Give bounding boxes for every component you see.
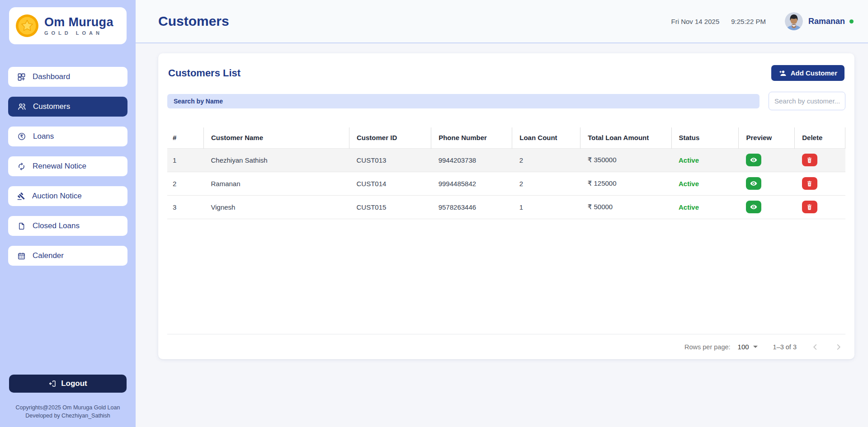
header-phone-number: Phone Number	[431, 127, 512, 148]
preview-button[interactable]	[746, 201, 761, 213]
search-by-customer-input[interactable]	[769, 92, 845, 110]
delete-button[interactable]	[802, 154, 817, 166]
logout-label: Logout	[61, 379, 87, 388]
cell-customer-id: CUST013	[349, 148, 431, 172]
pagination: Rows per page: 100 1–3 of 3	[167, 334, 845, 359]
delete-button[interactable]	[802, 201, 817, 213]
customers-icon	[17, 102, 26, 111]
header-preview: Preview	[739, 127, 795, 148]
sidebar-item-closed-loans[interactable]: Closed Loans	[8, 216, 127, 236]
app-root: Om Muruga GOLD LOAN Dashboard	[0, 0, 868, 427]
logout-icon	[48, 380, 57, 388]
eye-icon	[750, 180, 757, 187]
rows-per-page-select[interactable]: 100	[738, 343, 758, 351]
time-text: 9:25:22 PM	[731, 18, 766, 25]
cell-loan-count: 2	[512, 148, 580, 172]
brand-logo: Om Muruga GOLD LOAN	[9, 7, 127, 44]
auction-icon	[17, 192, 25, 200]
copyright-line1: Copyrights@2025 Om Muruga Gold Loan	[9, 404, 127, 412]
cell-customer-name: Ramanan	[204, 172, 349, 195]
cell-serial: 2	[167, 172, 204, 195]
sidebar-item-label: Auction Notice	[32, 192, 82, 201]
cell-loan-count: 1	[512, 195, 580, 219]
sidebar-item-calender[interactable]: Calender	[8, 246, 127, 266]
header-total-loan: Total Loan Amount	[580, 127, 671, 148]
table-row: 1 Chezhiyan Sathish CUST013 9944203738 2…	[167, 148, 845, 172]
header-customer-name: Customer Name	[204, 127, 349, 148]
add-customer-label: Add Customer	[791, 69, 837, 77]
header-status: Status	[671, 127, 739, 148]
preview-button[interactable]	[746, 154, 761, 166]
sidebar-menu: Dashboard Customers Loan	[0, 67, 136, 266]
topbar: Customers Fri Nov 14 2025 9:25:22 PM	[136, 0, 868, 43]
gold-coin-icon	[15, 14, 39, 38]
trash-icon	[806, 157, 813, 164]
table-header: # Customer Name Customer ID Phone Number…	[167, 127, 845, 148]
sidebar-item-renewal-notice[interactable]: Renewal Notice	[8, 156, 127, 176]
cell-customer-name: Vignesh	[204, 195, 349, 219]
search-row	[167, 92, 845, 110]
customers-table: # Customer Name Customer ID Phone Number…	[167, 127, 845, 219]
sidebar: Om Muruga GOLD LOAN Dashboard	[0, 0, 136, 427]
card-header: Customers List Add Customer	[167, 62, 845, 81]
chevron-right-icon	[834, 342, 844, 352]
sidebar-item-auction-notice[interactable]: Auction Notice	[8, 186, 127, 206]
table-row: 3 Vignesh CUST015 9578263446 1 ₹ 50000 A…	[167, 195, 845, 219]
sidebar-item-dashboard[interactable]: Dashboard	[8, 67, 127, 87]
cell-loan-amount: ₹ 50000	[580, 195, 671, 219]
preview-button[interactable]	[746, 177, 761, 190]
trash-icon	[806, 180, 813, 187]
delete-button[interactable]	[802, 177, 817, 190]
cell-phone-number: 9578263446	[431, 195, 512, 219]
rows-per-page-label: Rows per page:	[684, 343, 731, 351]
cell-customer-id: CUST015	[349, 195, 431, 219]
sidebar-item-label: Renewal Notice	[33, 162, 86, 171]
cell-loan-count: 2	[512, 172, 580, 195]
status-badge: Active	[671, 172, 739, 195]
sidebar-item-loans[interactable]: Loans	[8, 127, 127, 146]
caret-down-icon	[753, 346, 758, 348]
copyright-line2: Developed by Chezhiyan_Sathish	[9, 412, 127, 420]
rows-per-page-value: 100	[738, 343, 749, 351]
copyright: Copyrights@2025 Om Muruga Gold Loan Deve…	[9, 404, 127, 420]
cell-phone-number: 9994485842	[431, 172, 512, 195]
dashboard-icon	[17, 73, 26, 81]
logout-button[interactable]: Logout	[9, 375, 127, 393]
header-delete: Delete	[795, 127, 845, 148]
cell-customer-name: Chezhiyan Sathish	[204, 148, 349, 172]
search-by-name-input[interactable]	[167, 94, 760, 108]
sidebar-item-label: Customers	[33, 102, 70, 111]
cell-phone-number: 9944203738	[431, 148, 512, 172]
brand-text: Om Muruga GOLD LOAN	[44, 16, 113, 36]
status-badge: Active	[671, 148, 739, 172]
add-customer-button[interactable]: Add Customer	[771, 65, 844, 81]
cell-loan-amount: ₹ 125000	[580, 172, 671, 195]
closed-loans-icon	[17, 222, 26, 230]
previous-page-button[interactable]	[810, 342, 820, 352]
pagination-range: 1–3 of 3	[773, 343, 797, 351]
brand-name: Om Muruga	[44, 16, 113, 28]
sidebar-item-label: Loans	[33, 132, 54, 141]
sidebar-item-customers[interactable]: Customers	[8, 97, 127, 117]
trash-icon	[806, 204, 813, 211]
chevron-left-icon	[810, 342, 820, 352]
person-add-icon	[778, 69, 787, 77]
loans-icon	[17, 132, 26, 141]
next-page-button[interactable]	[834, 342, 844, 352]
eye-icon	[750, 203, 757, 211]
sidebar-item-label: Closed Loans	[33, 221, 80, 230]
cell-serial: 1	[167, 148, 204, 172]
brand-tagline: GOLD LOAN	[44, 30, 113, 36]
user-avatar[interactable]	[785, 12, 803, 30]
header-serial: #	[167, 127, 204, 148]
cell-loan-amount: ₹ 350000	[580, 148, 671, 172]
sidebar-item-label: Calender	[33, 251, 64, 260]
status-badge: Active	[671, 195, 739, 219]
table-row: 2 Ramanan CUST014 9994485842 2 ₹ 125000 …	[167, 172, 845, 195]
username[interactable]: Ramanan	[808, 17, 845, 26]
cell-serial: 3	[167, 195, 204, 219]
main-content: Customers Fri Nov 14 2025 9:25:22 PM	[136, 0, 868, 427]
topbar-right: Fri Nov 14 2025 9:25:22 PM	[671, 12, 854, 30]
cell-customer-id: CUST014	[349, 172, 431, 195]
date-text: Fri Nov 14 2025	[671, 18, 720, 25]
